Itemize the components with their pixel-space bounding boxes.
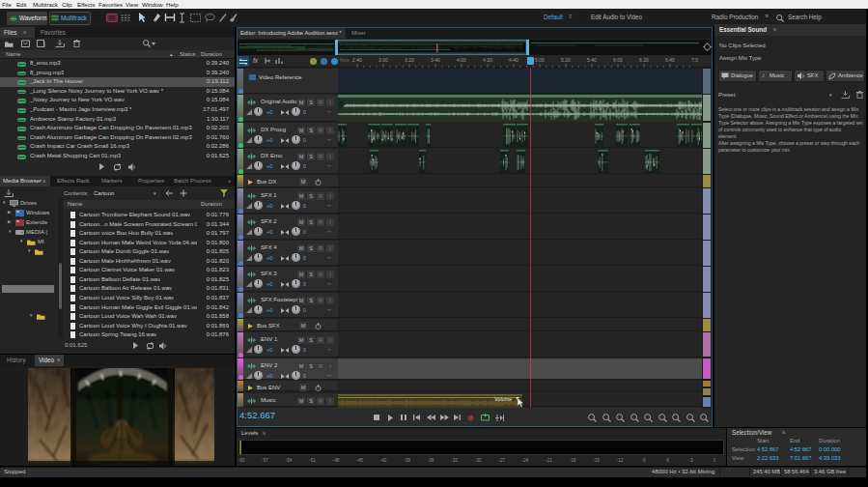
svg-text:6:40: 6:40 — [665, 57, 675, 63]
svg-text:-51: -51 — [309, 458, 316, 463]
svg-text:-3: -3 — [688, 458, 693, 463]
svg-text:6:00: 6:00 — [613, 57, 623, 63]
svg-text:-36: -36 — [428, 458, 434, 463]
svg-text:4:40: 4:40 — [509, 57, 518, 63]
svg-text:2:40: 2:40 — [352, 57, 362, 63]
svg-text:3:00: 3:00 — [378, 57, 388, 63]
svg-text:-18: -18 — [570, 458, 576, 463]
svg-text:-27: -27 — [498, 458, 505, 463]
svg-text:-42: -42 — [380, 458, 387, 463]
svg-text:-21: -21 — [546, 458, 552, 463]
svg-text:Volume: Volume — [494, 396, 512, 402]
svg-text:-57: -57 — [262, 458, 268, 463]
svg-text:-24: -24 — [522, 458, 529, 463]
svg-text:-54: -54 — [286, 458, 293, 463]
svg-text:-45: -45 — [356, 458, 363, 463]
svg-text:5:00: 5:00 — [535, 57, 545, 63]
svg-text:4:20: 4:20 — [483, 57, 492, 63]
svg-text:7:0: 7:0 — [691, 57, 698, 63]
svg-text:0: 0 — [714, 458, 716, 463]
svg-text:-30: -30 — [475, 458, 482, 463]
svg-text:-39: -39 — [404, 458, 410, 463]
svg-text:-48: -48 — [333, 458, 340, 463]
svg-text:-60: -60 — [238, 458, 245, 463]
svg-text:5:20: 5:20 — [561, 57, 571, 63]
svg-text:4:00: 4:00 — [457, 57, 466, 63]
svg-text:-9: -9 — [641, 458, 646, 463]
svg-text:3:40: 3:40 — [431, 57, 440, 63]
svg-text:-15: -15 — [593, 458, 600, 463]
svg-text:-6: -6 — [665, 458, 670, 463]
svg-text:6:20: 6:20 — [639, 57, 649, 63]
svg-text:-33: -33 — [451, 458, 458, 463]
svg-text:5:40: 5:40 — [587, 57, 597, 63]
svg-text:-12: -12 — [617, 458, 624, 463]
svg-text:3:20: 3:20 — [405, 57, 414, 63]
